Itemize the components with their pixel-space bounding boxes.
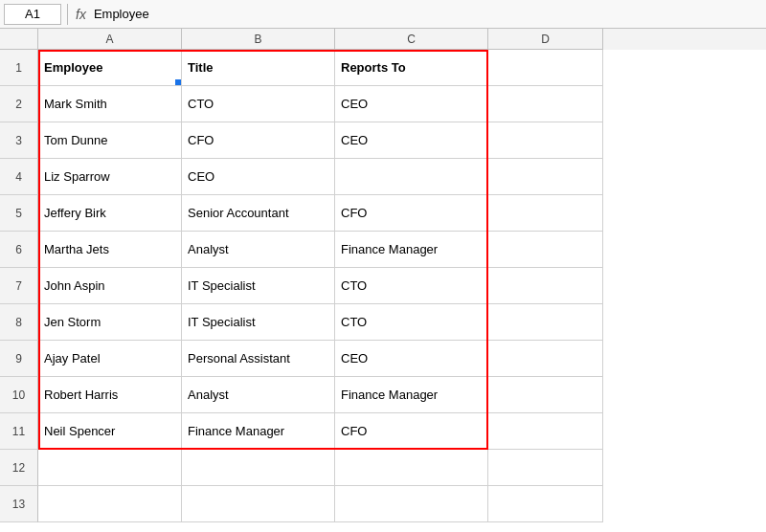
cell-a[interactable]: Martha Jets (38, 232, 182, 268)
cell-c[interactable]: Finance Manager (335, 377, 488, 413)
cell-c[interactable]: CTO (335, 304, 488, 341)
col-header-c[interactable]: C (335, 29, 488, 50)
table-row: 1 Employee Title Reports To (0, 50, 766, 86)
cell-a[interactable]: Jeffery Birk (38, 195, 182, 232)
cell-a[interactable]: Robert Harris (38, 377, 182, 413)
table-row: 2 Mark Smith CTO CEO (0, 86, 766, 122)
data-rows: 1 Employee Title Reports To 2 Mark Smith… (0, 50, 766, 522)
row-number: 1 (0, 50, 38, 86)
cell-b[interactable]: Senior Accountant (182, 195, 335, 232)
selected-cell-indicator (175, 79, 181, 85)
cell-d[interactable] (488, 341, 603, 377)
cell-d[interactable] (488, 86, 603, 122)
col-header-d[interactable]: D (488, 29, 603, 50)
cell-b[interactable]: Title (182, 50, 335, 86)
table-row: 9 Ajay Patel Personal Assistant CEO (0, 341, 766, 377)
cell-c[interactable]: CEO (335, 122, 488, 159)
cell-d[interactable] (488, 232, 603, 268)
row-number: 6 (0, 232, 38, 268)
table-row: 5 Jeffery Birk Senior Accountant CFO (0, 195, 766, 232)
col-header-a[interactable]: A (38, 29, 182, 50)
cell-d[interactable] (488, 195, 603, 232)
cell-c[interactable] (335, 450, 488, 486)
row-number: 9 (0, 341, 38, 377)
table-row: 13 (0, 486, 766, 522)
table-row: 4 Liz Sparrow CEO (0, 159, 766, 195)
table-row: 10 Robert Harris Analyst Finance Manager (0, 377, 766, 413)
cell-d[interactable] (488, 122, 603, 159)
row-number: 5 (0, 195, 38, 232)
cell-d[interactable] (488, 304, 603, 341)
cell-b[interactable]: CTO (182, 86, 335, 122)
table-row: 11 Neil Spencer Finance Manager CFO (0, 413, 766, 450)
cell-c[interactable]: Finance Manager (335, 232, 488, 268)
cell-c[interactable]: CTO (335, 268, 488, 304)
cell-d[interactable] (488, 486, 603, 522)
row-number: 12 (0, 450, 38, 486)
cell-c[interactable]: CFO (335, 413, 488, 450)
table-row: 12 (0, 450, 766, 486)
cell-a[interactable] (38, 450, 182, 486)
table-row: 7 John Aspin IT Specialist CTO (0, 268, 766, 304)
cell-a[interactable]: Ajay Patel (38, 341, 182, 377)
cell-c[interactable] (335, 159, 488, 195)
table-row: 8 Jen Storm IT Specialist CTO (0, 304, 766, 341)
cell-c[interactable] (335, 486, 488, 522)
column-headers-row: A B C D (0, 29, 766, 50)
cell-b[interactable]: CEO (182, 159, 335, 195)
row-number: 11 (0, 413, 38, 450)
cell-a[interactable]: Jen Storm (38, 304, 182, 341)
cell-d[interactable] (488, 413, 603, 450)
row-number: 10 (0, 377, 38, 413)
cell-b[interactable]: Finance Manager (182, 413, 335, 450)
cell-b[interactable] (182, 486, 335, 522)
cell-c[interactable]: CFO (335, 195, 488, 232)
cell-c[interactable]: CEO (335, 341, 488, 377)
cell-a[interactable]: Employee (38, 50, 182, 86)
formula-content: Employee (94, 7, 149, 21)
cell-b[interactable] (182, 450, 335, 486)
table-row: 6 Martha Jets Analyst Finance Manager (0, 232, 766, 268)
cell-c[interactable]: Reports To (335, 50, 488, 86)
formula-bar-divider (67, 4, 68, 25)
cell-b[interactable]: CFO (182, 122, 335, 159)
cell-a[interactable] (38, 486, 182, 522)
row-num-header (0, 29, 38, 50)
cell-d[interactable] (488, 159, 603, 195)
row-number: 13 (0, 486, 38, 522)
spreadsheet-wrapper: A B C D 1 Employee Title Reports To 2 Ma… (0, 29, 766, 522)
cell-d[interactable] (488, 50, 603, 86)
table-row: 3 Tom Dunne CFO CEO (0, 122, 766, 159)
cell-reference: A1 (25, 7, 40, 21)
cell-b[interactable]: Analyst (182, 232, 335, 268)
cell-a[interactable]: Tom Dunne (38, 122, 182, 159)
cell-a[interactable]: Mark Smith (38, 86, 182, 122)
cell-b[interactable]: Personal Assistant (182, 341, 335, 377)
cell-a[interactable]: Neil Spencer (38, 413, 182, 450)
row-number: 7 (0, 268, 38, 304)
cell-b[interactable]: Analyst (182, 377, 335, 413)
cell-b[interactable]: IT Specialist (182, 268, 335, 304)
cell-b[interactable]: IT Specialist (182, 304, 335, 341)
row-number: 4 (0, 159, 38, 195)
row-number: 8 (0, 304, 38, 341)
col-header-b[interactable]: B (182, 29, 335, 50)
cell-reference-box[interactable]: A1 (4, 4, 61, 25)
cell-a[interactable]: Liz Sparrow (38, 159, 182, 195)
spreadsheet: A B C D 1 Employee Title Reports To 2 Ma… (0, 29, 766, 522)
cell-d[interactable] (488, 268, 603, 304)
cell-a[interactable]: John Aspin (38, 268, 182, 304)
formula-bar: A1 fx Employee (0, 0, 766, 29)
cell-d[interactable] (488, 377, 603, 413)
fx-label: fx (76, 7, 86, 22)
cell-c[interactable]: CEO (335, 86, 488, 122)
row-number: 2 (0, 86, 38, 122)
cell-d[interactable] (488, 450, 603, 486)
row-number: 3 (0, 122, 38, 159)
